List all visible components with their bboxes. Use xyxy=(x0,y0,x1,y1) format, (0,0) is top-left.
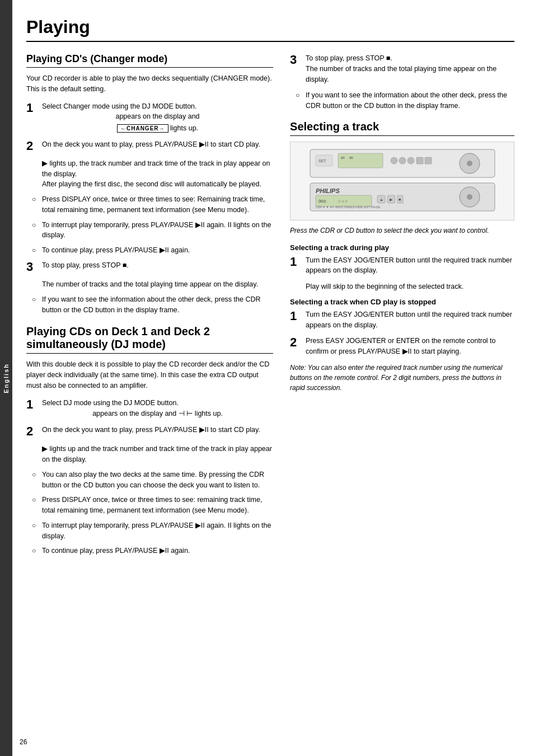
step-2-indent: ▶ lights up, the track number and track … xyxy=(42,158,273,190)
svg-rect-11 xyxy=(416,157,423,164)
svg-text:SET: SET xyxy=(318,159,326,163)
left-column: Playing CD's (Changer mode) Your CD reco… xyxy=(26,53,273,561)
svg-text:PHILIPS: PHILIPS xyxy=(316,187,340,194)
track-stopped-step-2-content: Press EASY JOG/ENTER or ENTER on the rem… xyxy=(306,336,514,357)
svg-point-8 xyxy=(391,157,397,164)
track-stopped-step-2-text: Press EASY JOG/ENTER or ENTER on the rem… xyxy=(306,337,495,355)
right-step-3-number: 3 xyxy=(290,53,306,67)
dj-bullet-1: ○ You can also play the two decks at the… xyxy=(26,469,273,491)
track-stopped-step-2-number: 2 xyxy=(290,336,306,349)
changer-mode-intro: Your CD recorder is able to play the two… xyxy=(26,73,273,95)
svg-text:▲: ▲ xyxy=(380,198,383,201)
svg-point-10 xyxy=(407,157,414,164)
right-column: 3 To stop play, press STOP ■. The number… xyxy=(290,53,514,561)
track-play-step-1-content: Turn the EASY JOG/ENTER button until the… xyxy=(306,255,514,276)
step-3-text: To stop play, press STOP ■. xyxy=(42,261,129,269)
svg-point-9 xyxy=(399,157,406,164)
changer-appears-text: appears on the display and xyxy=(42,111,273,122)
changer-bullet-4: ○ If you want to see the information abo… xyxy=(26,294,273,316)
track-stopped-step-1-text: Turn the EASY JOG/ENTER button until the… xyxy=(306,311,512,329)
right-bullet-1: ○ If you want to see the information abo… xyxy=(290,90,514,111)
dj-bullet-icon-3: ○ xyxy=(32,520,42,530)
dj-step-1-number: 1 xyxy=(26,398,42,411)
step-1-text: Select Changer mode using the DJ MODE bu… xyxy=(42,102,197,110)
changer-step-2: 2 On the deck you want to play, press PL… xyxy=(26,139,273,153)
step-3-indent: The number of tracks and the total playi… xyxy=(42,279,273,290)
page-number: 26 xyxy=(20,738,27,746)
track-stopped-step-1-content: Turn the EASY JOG/ENTER button until the… xyxy=(306,309,514,331)
changer-mode-title: Playing CD's (Changer mode) xyxy=(26,53,273,68)
track-stopped-step-2: 2 Press EASY JOG/ENTER or ENTER on the r… xyxy=(290,336,514,357)
track-play-step-1-text: Turn the EASY JOG/ENTER button until the… xyxy=(306,256,512,275)
dj-bullet-3: ○ To interrupt play temporarily, press P… xyxy=(26,520,273,542)
track-stopped-step-1-number: 1 xyxy=(290,309,306,323)
track-play-step-1-number: 1 xyxy=(290,255,306,269)
svg-rect-12 xyxy=(425,157,432,164)
dj-mode-intro: With this double deck it is possible to … xyxy=(26,359,273,391)
selecting-track-title: Selecting a track xyxy=(290,120,514,136)
changer-step-3: 3 To stop play, press STOP ■. xyxy=(26,260,273,274)
svg-text:00: 00 xyxy=(349,156,353,159)
right-step-3-content: To stop play, press STOP ■. The number o… xyxy=(306,53,514,84)
dj-appears-line: appears on the display and ⊣ ⊢ lights up… xyxy=(42,408,273,419)
changer-bullet-2: ○ To interrupt play temporarily, press P… xyxy=(26,220,273,241)
step-3-number: 3 xyxy=(26,260,42,274)
track-play-step-1-indent: Play will skip to the beginning of the s… xyxy=(306,281,514,292)
track-during-play-title: Selecting a track during play xyxy=(290,243,514,252)
bullet-icon-2: ○ xyxy=(32,220,42,230)
svg-rect-5 xyxy=(338,153,383,168)
right-step-3: 3 To stop play, press STOP ■. The number… xyxy=(290,53,514,84)
two-column-layout: Playing CD's (Changer mode) Your CD reco… xyxy=(26,53,514,561)
image-caption: Press the CDR or CD button to select the… xyxy=(290,226,514,236)
language-tab: English xyxy=(0,0,12,756)
bullet-1-text: Press DISPLAY once, twice or three times… xyxy=(42,194,273,215)
svg-text:○ ○ ○: ○ ○ ○ xyxy=(338,199,348,203)
dj-bullet-4: ○ To continue play, press PLAY/PAUSE ▶II… xyxy=(26,546,273,556)
bullet-2-text: To interrupt play temporarily, press PLA… xyxy=(42,220,273,241)
dj-bullet-icon-2: ○ xyxy=(32,495,42,505)
page-title: Playing xyxy=(26,17,514,42)
svg-text:00: 00 xyxy=(341,156,345,159)
svg-text:CDR ▼ ▼ ▼/□ BASS   TREBLE  FAD: CDR ▼ ▼ ▼/□ BASS TREBLE FADE LEFT PAUSE xyxy=(316,205,381,209)
device-image: SET 00 00 xyxy=(290,142,514,220)
dj-step-2-text: On the deck you want to play, press PLAY… xyxy=(42,426,260,434)
bullet-3-text: To continue play, press PLAY/PAUSE ▶II a… xyxy=(42,245,273,256)
bullet-icon-1: ○ xyxy=(32,194,42,204)
device-svg: SET 00 00 xyxy=(307,147,498,214)
bullet-4-text: If you want to see the information about… xyxy=(42,294,273,316)
dj-step-1: 1 Select DJ mode using the DJ MODE butto… xyxy=(26,398,273,420)
step-1-number: 1 xyxy=(26,101,42,115)
dj-bullet-3-text: To interrupt play temporarily, press PLA… xyxy=(42,520,273,542)
changer-step-1: 1 Select Changer mode using the DJ MODE … xyxy=(26,101,273,134)
right-step-3-indent: The number of tracks and the total playi… xyxy=(306,65,496,83)
step-2-content: On the deck you want to play, press PLAY… xyxy=(42,139,273,150)
changer-bullet-1: ○ Press DISPLAY once, twice or three tim… xyxy=(26,194,273,215)
changer-bullet-3: ○ To continue play, press PLAY/PAUSE ▶II… xyxy=(26,245,273,256)
dj-bullet-2: ○ Press DISPLAY once, twice or three tim… xyxy=(26,495,273,516)
dj-step-2-content: On the deck you want to play, press PLAY… xyxy=(42,425,273,435)
right-step-3-text: To stop play, press STOP ■. xyxy=(306,54,392,62)
step-2-number: 2 xyxy=(26,139,42,153)
dj-icons: ⊣ ⊢ xyxy=(179,409,193,417)
dj-mode-section: Playing CDs on Deck 1 and Deck 2 simulta… xyxy=(26,325,273,556)
dj-bullet-icon-4: ○ xyxy=(32,546,42,556)
main-content: Playing Playing CD's (Changer mode) Your… xyxy=(12,0,534,756)
changer-lights-text: lights up. xyxy=(170,124,198,132)
svg-point-2 xyxy=(467,161,472,166)
dj-bullet-4-text: To continue play, press PLAY/PAUSE ▶II a… xyxy=(42,546,273,556)
dj-bullet-2-text: Press DISPLAY once, twice or three times… xyxy=(42,495,273,516)
note-text: Note: You can also enter the required tr… xyxy=(290,363,514,393)
dj-step-1-text: Select DJ mode using the DJ MODE button. xyxy=(42,399,179,407)
bullet-icon-3: ○ xyxy=(32,245,42,255)
track-stopped-subsection: Selecting a track when CD play is stoppe… xyxy=(290,298,514,357)
svg-text:00⊙: 00⊙ xyxy=(318,199,326,203)
dj-mode-title: Playing CDs on Deck 1 and Deck 2 simulta… xyxy=(26,325,273,354)
step-3-content: To stop play, press STOP ■. xyxy=(42,260,273,271)
svg-text:■: ■ xyxy=(399,198,401,201)
dj-step-1-content: Select DJ mode using the DJ MODE button.… xyxy=(42,398,273,420)
right-bullet-1-text: If you want to see the information about… xyxy=(306,90,514,111)
svg-point-25 xyxy=(467,194,472,200)
track-stopped-title: Selecting a track when CD play is stoppe… xyxy=(290,298,514,306)
dj-step-2-indent: ▶ lights up and the track number and tra… xyxy=(42,444,273,465)
step-1-content: Select Changer mode using the DJ MODE bu… xyxy=(42,101,273,134)
